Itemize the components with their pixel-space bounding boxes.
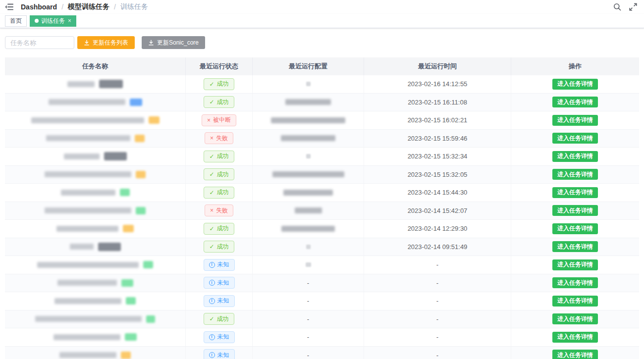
actions-cell: 进入任务详情 (511, 347, 639, 359)
enter-task-detail-button[interactable]: 进入任务详情 (552, 259, 598, 270)
task-name-input[interactable] (5, 36, 74, 49)
tab-training-tasks[interactable]: 训练任务 × (30, 15, 76, 27)
actions-cell: 进入任务详情 (511, 148, 639, 165)
status-cell: ✓成功 (186, 94, 253, 111)
enter-task-detail-button[interactable]: 进入任务详情 (552, 79, 598, 90)
task-name-cell (5, 94, 186, 111)
config-cell (253, 202, 364, 220)
status-label: 未知 (217, 260, 229, 269)
redacted-config (295, 207, 322, 213)
fullscreen-icon[interactable] (629, 3, 637, 11)
enter-task-detail-button[interactable]: 进入任务详情 (552, 313, 598, 324)
tab-home[interactable]: 首页 (5, 15, 27, 27)
table-body: ✓成功2023-02-16 14:12:55进入任务详情✓成功2023-02-1… (5, 75, 639, 359)
enter-task-detail-button[interactable]: 进入任务详情 (552, 97, 598, 107)
search-icon[interactable] (613, 3, 621, 11)
enter-task-detail-button[interactable]: 进入任务详情 (552, 187, 598, 198)
update-task-list-button[interactable]: 更新任务列表 (77, 36, 135, 49)
task-tag (136, 207, 146, 214)
hamburger-icon[interactable] (5, 3, 14, 11)
enter-task-detail-button[interactable]: 进入任务详情 (552, 115, 598, 126)
task-name-cell (5, 220, 186, 238)
navbar-actions (613, 3, 637, 11)
download-icon (84, 40, 90, 46)
breadcrumb-item-dashboard[interactable]: Dashboard (21, 3, 57, 11)
tab-close-icon[interactable]: × (68, 18, 71, 24)
actions-cell: 进入任务详情 (511, 328, 639, 346)
table-row: ✓成功--进入任务详情 (5, 310, 639, 329)
status-cell: !未知 (186, 292, 253, 310)
task-tag (126, 297, 136, 305)
status-badge: ×被中断 (202, 114, 236, 126)
run-time: 2023-02-14 15:42:07 (408, 207, 468, 214)
config-cell: - (253, 310, 364, 328)
status-label: 失败 (216, 134, 228, 143)
redacted-config (271, 117, 345, 123)
status-badge: !未知 (204, 331, 235, 343)
status-badge: ×失败 (205, 132, 233, 144)
navbar: Dashboard / 模型训练任务 / 训练任务 (0, 0, 644, 14)
redacted-task-name (45, 171, 131, 177)
breadcrumb-item-model-training[interactable]: 模型训练任务 (68, 2, 109, 11)
main-content: 更新任务列表 更新Sonic_core 任务名称 最近运行状态 最近运行配置 最… (0, 28, 644, 359)
run-time: 2023-02-15 15:32:05 (408, 171, 468, 178)
status-cell: !未知 (186, 328, 253, 346)
run-time-cell: - (364, 292, 511, 310)
task-tag (99, 80, 123, 88)
status-badge: !未知 (204, 349, 235, 359)
enter-task-detail-button[interactable]: 进入任务详情 (552, 296, 598, 307)
run-time-cell: - (364, 256, 511, 274)
config-cell: - (253, 328, 364, 346)
app: Dashboard / 模型训练任务 / 训练任务 首页 (0, 0, 644, 359)
status-label: 失败 (216, 206, 228, 215)
task-name-cell (5, 184, 186, 202)
update-sonic-core-button[interactable]: 更新Sonic_core (142, 36, 205, 49)
table-row: ✓成功2023-02-14 09:51:49进入任务详情 (5, 238, 639, 256)
task-tag (98, 243, 121, 251)
redacted-task-name (56, 226, 118, 232)
enter-task-detail-button[interactable]: 进入任务详情 (552, 169, 598, 180)
column-header-config: 最近运行配置 (253, 57, 364, 75)
config-cell (253, 238, 364, 256)
run-time: 2023-02-15 15:32:34 (408, 153, 468, 160)
config-cell (253, 148, 364, 165)
task-name-cell (5, 328, 186, 346)
run-time-cell: 2023-02-14 09:51:49 (364, 238, 511, 256)
redacted-config (306, 262, 311, 267)
config-cell (253, 256, 364, 274)
run-time: - (436, 352, 438, 359)
enter-task-detail-button[interactable]: 进入任务详情 (552, 133, 598, 144)
actions-cell: 进入任务详情 (511, 256, 639, 274)
status-icon: × (210, 207, 214, 213)
actions-cell: 进入任务详情 (511, 166, 639, 184)
run-time-cell: 2023-02-14 15:44:30 (364, 184, 511, 202)
enter-task-detail-button[interactable]: 进入任务详情 (552, 277, 598, 288)
table-row: ✓成功2023-02-16 14:12:55进入任务详情 (5, 75, 639, 94)
actions-cell: 进入任务详情 (511, 75, 639, 93)
actions-cell: 进入任务详情 (511, 274, 639, 292)
redacted-config (272, 171, 344, 177)
enter-task-detail-button[interactable]: 进入任务详情 (552, 223, 598, 234)
status-icon: ✓ (209, 316, 214, 322)
task-tag (125, 333, 137, 341)
enter-task-detail-button[interactable]: 进入任务详情 (552, 205, 598, 216)
status-label: 成功 (217, 170, 229, 179)
run-time-cell: 2023-02-15 16:11:08 (364, 94, 511, 111)
task-name-cell (5, 166, 186, 184)
enter-task-detail-button[interactable]: 进入任务详情 (552, 151, 598, 162)
run-time-cell: - (364, 328, 511, 346)
table-row: !未知--进入任务详情 (5, 347, 639, 359)
table-row: ×被中断2023-02-15 16:02:21进入任务详情 (5, 111, 639, 130)
status-icon: ✓ (209, 99, 214, 105)
status-badge: !未知 (204, 277, 235, 289)
status-icon: ! (209, 352, 215, 358)
redacted-config (306, 245, 311, 249)
enter-task-detail-button[interactable]: 进入任务详情 (552, 350, 598, 359)
enter-task-detail-button[interactable]: 进入任务详情 (552, 332, 598, 343)
task-name-cell (5, 130, 186, 148)
task-tag (143, 261, 153, 268)
run-time-cell: 2023-02-14 12:29:30 (364, 220, 511, 238)
enter-task-detail-button[interactable]: 进入任务详情 (552, 241, 598, 252)
redacted-config (283, 190, 333, 196)
run-time: - (436, 279, 438, 287)
